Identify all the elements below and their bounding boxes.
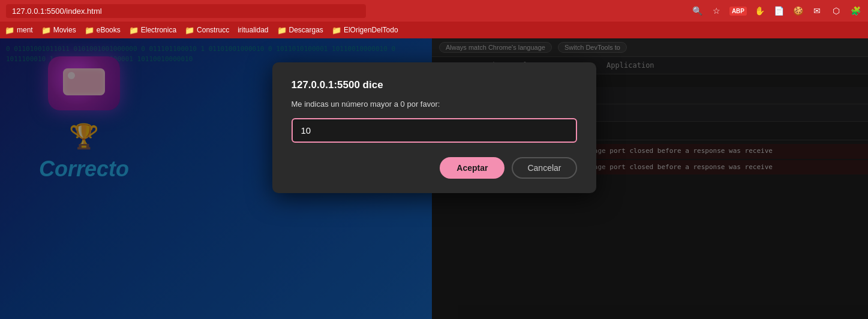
folder-icon: 📁: [85, 26, 94, 35]
bookmark-espiritualidad[interactable]: iritualidad: [238, 26, 268, 34]
bookmarks-bar: 📁 ment 📁 Movies 📁 eBooks 📁 Electronica 📁…: [0, 22, 868, 38]
prompt-dialog: 127.0.0.1:5500 dice Me indicas un número…: [272, 62, 596, 193]
accept-button[interactable]: Aceptar: [440, 157, 504, 179]
bookmark-movies[interactable]: 📁 Movies: [41, 26, 76, 35]
bookmark-ebooks[interactable]: 📁 eBooks: [85, 26, 121, 35]
extension-icon[interactable]: ⬡: [830, 4, 843, 17]
bookmark-label: Movies: [53, 26, 76, 34]
folder-icon: 📁: [277, 26, 287, 35]
search-icon[interactable]: 🔍: [691, 4, 704, 17]
folder-icon: 📁: [5, 26, 14, 35]
bookmark-label: ment: [17, 26, 33, 34]
browser-toolbar-icons: 🔍 ☆ ABP ✋ 📄 🍪 ✉ ⬡ 🧩: [691, 4, 862, 17]
dialog-overlay: 127.0.0.1:5500 dice Me indicas un número…: [0, 38, 868, 319]
bookmark-label: ElOrigenDelTodo: [344, 26, 398, 34]
bookmark-elorigen[interactable]: 📁 ElOrigenDelTodo: [332, 26, 398, 35]
dialog-buttons: Aceptar Cancelar: [292, 157, 577, 179]
dialog-input[interactable]: [292, 118, 577, 143]
bookmark-label: Descargas: [289, 26, 323, 34]
hand-icon[interactable]: ✋: [753, 4, 766, 17]
bookmark-label: eBooks: [97, 26, 121, 34]
mail-icon[interactable]: ✉: [810, 4, 824, 17]
reader-icon[interactable]: 📄: [772, 4, 785, 17]
bookmark-construcc[interactable]: 📁 Construcc: [185, 26, 229, 35]
bookmark-icon[interactable]: ☆: [710, 4, 723, 17]
browser-chrome: 127.0.0.1:5500/index.html 🔍 ☆ ABP ✋ 📄 🍪 …: [0, 0, 868, 22]
bookmark-label: Electronica: [141, 26, 176, 34]
bookmark-descargas[interactable]: 📁 Descargas: [277, 26, 323, 35]
folder-icon: 📁: [185, 26, 194, 35]
folder-icon: 📁: [129, 26, 139, 35]
cancel-button[interactable]: Cancelar: [512, 157, 576, 179]
puzzle-icon[interactable]: 🧩: [849, 4, 862, 17]
bookmark-label: iritualidad: [238, 26, 268, 34]
cookie-icon[interactable]: 🍪: [791, 4, 804, 17]
main-area: 0 01101001011011 0101001001000000 0 0111…: [0, 38, 868, 319]
abp-badge[interactable]: ABP: [729, 7, 747, 16]
dialog-title: 127.0.0.1:5500 dice: [292, 79, 577, 91]
bookmark-label: Construcc: [197, 26, 229, 34]
folder-icon: 📁: [332, 26, 341, 35]
dialog-message: Me indicas un número mayor a 0 por favor…: [292, 100, 577, 109]
url-bar[interactable]: 127.0.0.1:5500/index.html: [6, 4, 366, 18]
bookmark-ment[interactable]: 📁 ment: [5, 26, 33, 35]
bookmark-electronica[interactable]: 📁 Electronica: [129, 26, 176, 35]
folder-icon: 📁: [41, 26, 51, 35]
